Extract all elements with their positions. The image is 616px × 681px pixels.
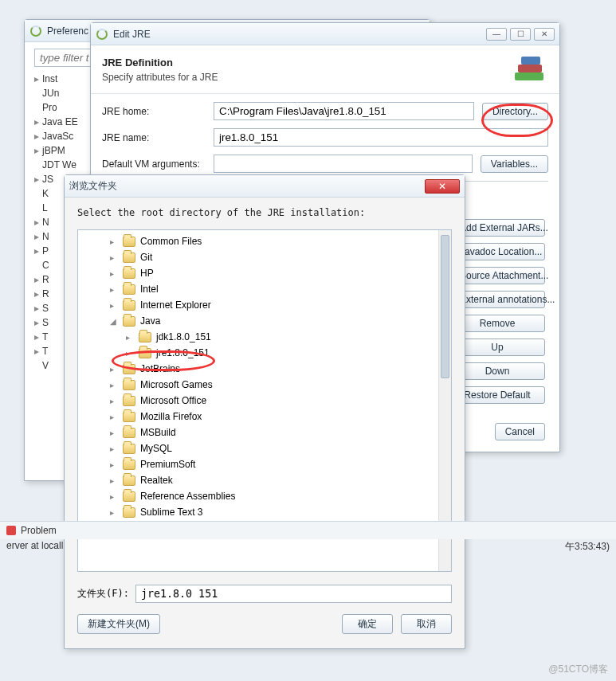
folder-browser-footer: 文件夹(F): 新建文件夹(M) 确定 取消 xyxy=(65,577,465,647)
folder-name: Sublime Text 3 xyxy=(140,507,203,518)
folder-name: MSBuild xyxy=(140,427,176,438)
expand-arrow-icon[interactable]: ▸ xyxy=(110,444,118,453)
folder-tree-item[interactable]: ▸Git xyxy=(78,249,451,265)
expand-arrow-icon[interactable]: ▸ xyxy=(110,476,118,485)
folder-tree-item[interactable]: ▸HP xyxy=(78,265,451,281)
folder-tree-item[interactable]: ▸jre1.8.0_151 xyxy=(78,345,451,361)
folder-name: jdk1.8.0_151 xyxy=(156,331,211,342)
folder-icon xyxy=(123,300,135,311)
folder-name: Git xyxy=(140,252,152,263)
expand-arrow-icon[interactable]: ▸ xyxy=(110,460,118,469)
variables-button[interactable]: Variables... xyxy=(481,155,548,173)
folder-icon xyxy=(123,412,135,422)
directory-button[interactable]: Directory... xyxy=(482,103,548,120)
folder-icon xyxy=(123,460,135,470)
folder-tree-item[interactable]: ▸Microsoft Office xyxy=(78,393,451,409)
folder-icon xyxy=(123,476,135,486)
expand-arrow-icon[interactable]: ▸ xyxy=(110,269,118,278)
expand-arrow-icon[interactable]: ▸ xyxy=(110,285,118,294)
folder-tree-item[interactable]: ▸Realtek xyxy=(78,472,451,488)
expand-arrow-icon[interactable]: ▸ xyxy=(110,413,118,421)
svg-rect-2 xyxy=(521,57,540,65)
folder-input[interactable] xyxy=(135,585,452,603)
folder-tree-item[interactable]: ▸jdk1.8.0_151 xyxy=(78,329,451,345)
folder-icon xyxy=(123,507,135,518)
folder-name: Realtek xyxy=(140,475,173,486)
folder-icon xyxy=(123,237,135,247)
folder-name: PremiumSoft xyxy=(140,459,195,470)
folder-tree-item[interactable]: ▸PremiumSoft xyxy=(78,456,451,472)
expand-arrow-icon[interactable]: ▸ xyxy=(126,333,134,342)
expand-arrow-icon[interactable]: ▸ xyxy=(110,508,118,517)
edit-jre-header: JRE Definition Specify attributes for a … xyxy=(91,45,559,94)
folder-tree-item[interactable]: ◢Java xyxy=(78,313,451,329)
ok-button[interactable]: 确定 xyxy=(342,614,393,634)
cancel-button[interactable]: Cancel xyxy=(495,423,545,440)
scrollbar[interactable] xyxy=(438,230,451,571)
folder-name: jre1.8.0_151 xyxy=(156,347,210,358)
folder-tree-item[interactable]: ▸Intel xyxy=(78,281,451,297)
folder-icon xyxy=(123,444,135,454)
folder-browser-instruction: Select the root directory of the JRE ins… xyxy=(65,198,465,225)
folder-icon xyxy=(139,348,151,358)
folder-icon xyxy=(123,316,135,327)
cancel-button[interactable]: 取消 xyxy=(401,614,452,634)
jre-name-label: JRE name: xyxy=(102,132,206,143)
scrollbar-thumb[interactable] xyxy=(441,235,449,378)
jre-definition-sub: Specify attributes for a JRE xyxy=(102,72,500,83)
folder-name: HP xyxy=(140,268,154,279)
vm-args-row: Default VM arguments: Variables... xyxy=(102,155,548,173)
problems-label: Problem xyxy=(21,525,57,536)
folder-tree-item[interactable]: ▸Common Files xyxy=(78,233,451,249)
folder-name: Java xyxy=(140,315,160,327)
minimize-button[interactable]: — xyxy=(486,28,507,41)
expand-arrow-icon[interactable]: ▸ xyxy=(110,301,118,310)
folder-icon xyxy=(123,396,135,406)
vm-args-input[interactable] xyxy=(214,155,473,173)
folder-icon xyxy=(123,364,135,374)
folder-name: Microsoft Office xyxy=(140,395,206,406)
new-folder-button[interactable]: 新建文件夹(M) xyxy=(77,614,160,634)
close-button[interactable]: ✕ xyxy=(534,28,555,41)
expand-arrow-icon[interactable]: ▸ xyxy=(110,397,118,405)
folder-browser-buttons: 新建文件夹(M) 确定 取消 xyxy=(77,614,452,634)
jre-name-row: JRE name: xyxy=(102,128,548,147)
folder-name: Microsoft Games xyxy=(140,379,213,390)
problems-tab[interactable]: Problem xyxy=(0,521,616,539)
server-status-row: erver at locall 午3:53:43) xyxy=(0,538,616,555)
folder-tree-item[interactable]: ▸Internet Explorer xyxy=(78,297,451,313)
svg-rect-1 xyxy=(518,65,542,72)
folder-tree-item[interactable]: ▸MySQL xyxy=(78,440,451,456)
expand-arrow-icon[interactable]: ▸ xyxy=(110,429,118,437)
library-icon xyxy=(510,53,548,85)
maximize-button[interactable]: ☐ xyxy=(510,28,531,41)
expand-arrow-icon[interactable]: ▸ xyxy=(110,492,118,501)
folder-icon xyxy=(123,491,135,502)
expand-arrow-icon[interactable]: ▸ xyxy=(110,381,118,389)
folder-tree-item[interactable]: ▸JetBrains xyxy=(78,361,451,377)
jre-name-input[interactable] xyxy=(214,128,548,147)
watermark: @51CTO博客 xyxy=(548,663,608,676)
folder-tree-item[interactable]: ▸Reference Assemblies xyxy=(78,488,451,504)
expand-arrow-icon[interactable]: ▸ xyxy=(110,237,118,246)
jre-home-input[interactable] xyxy=(214,102,474,120)
folder-tree-item[interactable]: ▸MSBuild xyxy=(78,425,451,440)
folder-name: Intel xyxy=(140,284,159,295)
folder-tree-item[interactable]: ▸Mozilla Firefox xyxy=(78,409,451,425)
folder-icon xyxy=(123,268,135,279)
server-time: 午3:53:43) xyxy=(565,540,610,554)
folder-name: JetBrains xyxy=(140,363,180,374)
edit-jre-title: Edit JRE xyxy=(113,29,486,40)
folder-browser-title: 浏览文件夹 xyxy=(69,179,425,193)
folder-icon xyxy=(123,252,135,263)
expand-arrow-icon[interactable]: ▸ xyxy=(110,253,118,262)
folder-tree-item[interactable]: ▸Sublime Text 3 xyxy=(78,504,451,520)
expand-arrow-icon[interactable]: ▸ xyxy=(110,365,118,374)
folder-browser-titlebar: 浏览文件夹 ✕ xyxy=(65,175,465,198)
expand-arrow-icon[interactable]: ▸ xyxy=(126,349,134,358)
expand-arrow-icon[interactable]: ◢ xyxy=(110,317,118,326)
folder-icon xyxy=(123,380,135,390)
folder-tree[interactable]: ▸Common Files▸Git▸HP▸Intel▸Internet Expl… xyxy=(78,230,451,539)
close-button[interactable]: ✕ xyxy=(425,179,460,194)
folder-tree-item[interactable]: ▸Microsoft Games xyxy=(78,377,451,393)
